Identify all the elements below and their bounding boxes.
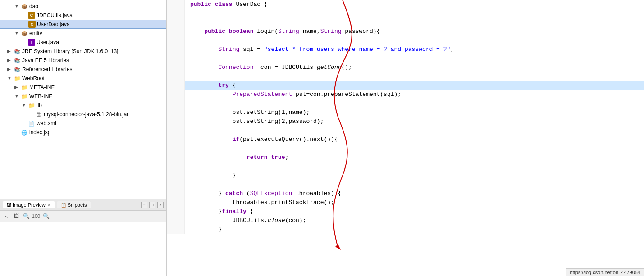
tab-image-preview[interactable]: 🖼 Image Preview ✕ — [3, 201, 55, 208]
tree-item-userdao[interactable]: UserDao.java — [0, 20, 166, 29]
tree-label-lib: lib — [37, 102, 42, 109]
bottom-panel-header: 🖼 Image Preview ✕ 📋 Snippets − □ × — [0, 199, 166, 211]
status-url: https://log.csdn.net/on_4479054 — [570, 270, 640, 275]
tree-item-metainf[interactable]: META-INF — [0, 83, 166, 92]
tab-snippets[interactable]: 📋 Snippets — [57, 201, 91, 208]
arrow-down-icon — [22, 103, 27, 108]
tree-label-jdbcutils: JDBCUtils.java — [37, 12, 73, 18]
line-number — [167, 198, 185, 207]
code-content — [185, 18, 644, 27]
code-content — [185, 99, 644, 108]
code-content: } — [185, 171, 644, 180]
arrow-down-icon — [14, 94, 20, 99]
code-line — [167, 72, 644, 81]
code-content: return true; — [185, 153, 644, 162]
code-content — [185, 9, 644, 18]
line-number — [167, 135, 185, 144]
java-icon — [28, 12, 35, 19]
tree-item-webxml[interactable]: web.xml — [0, 119, 166, 128]
line-number — [167, 27, 185, 36]
tree-item-entity[interactable]: entity — [0, 29, 166, 38]
tree-item-webinf[interactable]: WEB-INF — [0, 92, 166, 101]
tree-item-mysqljar[interactable]: mysql-connector-java-5.1.28-bin.jar — [0, 110, 166, 119]
tree-label-javaee: Java EE 5 Libraries — [22, 57, 69, 63]
code-line — [167, 180, 644, 189]
file-tree: dao JDBCUtils.java UserDao.java entity U… — [0, 0, 166, 199]
zoom-out-button[interactable]: 🔍 — [22, 212, 31, 221]
minimize-button[interactable]: − — [141, 202, 147, 208]
tree-label-jre: JRE System Library [Sun JDK 1.6.0_13] — [22, 48, 118, 54]
tree-item-dao[interactable]: dao — [0, 2, 166, 11]
line-number — [167, 36, 185, 45]
line-number — [167, 63, 185, 72]
tree-label-dao: dao — [29, 3, 38, 9]
tree-label-webinf: WEB-INF — [29, 93, 52, 100]
library-icon — [14, 57, 21, 64]
tab-snippets-label: Snippets — [68, 202, 87, 208]
tree-item-indexjsp[interactable]: index.jsp — [0, 128, 166, 137]
folder-icon — [21, 84, 28, 91]
code-content: JDBCUtils.close(con); — [185, 216, 644, 225]
line-number — [167, 0, 185, 9]
panel-controls: − □ × — [141, 202, 164, 208]
close-panel-button[interactable]: × — [157, 202, 164, 208]
line-number — [167, 225, 185, 234]
code-line-setstring2: pst.setString(2,password); — [167, 117, 644, 126]
tab-image-preview-label: Image Preview — [13, 202, 46, 208]
tree-label-webroot: WebRoot — [22, 75, 45, 81]
tab-close-image-preview[interactable]: ✕ — [47, 203, 51, 208]
image-icon-btn[interactable]: 🖼 — [12, 212, 21, 221]
code-line — [167, 126, 644, 135]
line-number — [167, 144, 185, 153]
tree-item-user[interactable]: User.java — [0, 38, 166, 47]
zoom-level-btn[interactable]: 100 — [32, 212, 41, 221]
line-number — [167, 207, 185, 216]
code-content: public boolean login(String name,String … — [185, 27, 644, 36]
tree-item-lib[interactable]: lib — [0, 101, 166, 110]
tree-item-reflibs[interactable]: Referenced Libraries — [0, 65, 166, 74]
folder-icon — [28, 102, 35, 109]
code-content — [185, 180, 644, 189]
code-content: PreparedStatement pst=con.prepareStateme… — [185, 90, 644, 99]
code-line-login: public boolean login(String name,String … — [167, 27, 644, 36]
snippets-icon: 📋 — [61, 203, 66, 208]
image-preview-content — [0, 222, 166, 276]
code-content: pst.setString(2,password); — [185, 117, 644, 126]
code-line-stacktrace: throwables.printStackTrace(); — [167, 198, 644, 207]
tree-label-reflibs: Referenced Libraries — [22, 66, 72, 72]
zoom-in-button[interactable]: 🔍 — [41, 212, 50, 221]
package-icon — [21, 3, 28, 10]
tree-item-jre[interactable]: JRE System Library [Sun JDK 1.6.0_13] — [0, 47, 166, 56]
tree-label-userdao: UserDao.java — [37, 21, 70, 27]
line-number — [167, 153, 185, 162]
line-number — [167, 126, 185, 135]
line-number — [167, 216, 185, 225]
code-content: }finally { — [185, 207, 644, 216]
arrow-down-icon — [14, 4, 20, 9]
code-line — [167, 9, 644, 18]
tree-item-webroot[interactable]: WebRoot — [0, 74, 166, 83]
tree-item-javaee[interactable]: Java EE 5 Libraries — [0, 56, 166, 65]
code-editor[interactable]: public class UserDao { public boolean lo… — [167, 0, 644, 276]
tree-label-webxml: web.xml — [37, 120, 56, 127]
line-number — [167, 45, 185, 54]
web-icon — [21, 129, 28, 136]
line-number — [167, 180, 185, 189]
code-area[interactable]: public class UserDao { public boolean lo… — [167, 0, 644, 276]
maximize-button[interactable]: □ — [149, 202, 155, 208]
arrow-icon-btn[interactable]: ↖ — [2, 212, 11, 221]
code-line — [167, 162, 644, 171]
code-line-return: return true; — [167, 153, 644, 162]
line-number — [167, 81, 185, 90]
code-line-try: try { — [167, 81, 644, 90]
package-icon — [21, 30, 28, 37]
code-line — [167, 99, 644, 108]
code-content: pst.setString(1,name); — [185, 108, 644, 117]
tree-item-jdbcutils[interactable]: JDBCUtils.java — [0, 11, 166, 20]
code-content: try { — [185, 81, 644, 90]
code-content — [185, 144, 644, 153]
tree-label-indexjsp: index.jsp — [29, 129, 50, 136]
tree-label-entity: entity — [29, 30, 42, 36]
library-icon — [14, 66, 21, 73]
line-number — [167, 18, 185, 27]
